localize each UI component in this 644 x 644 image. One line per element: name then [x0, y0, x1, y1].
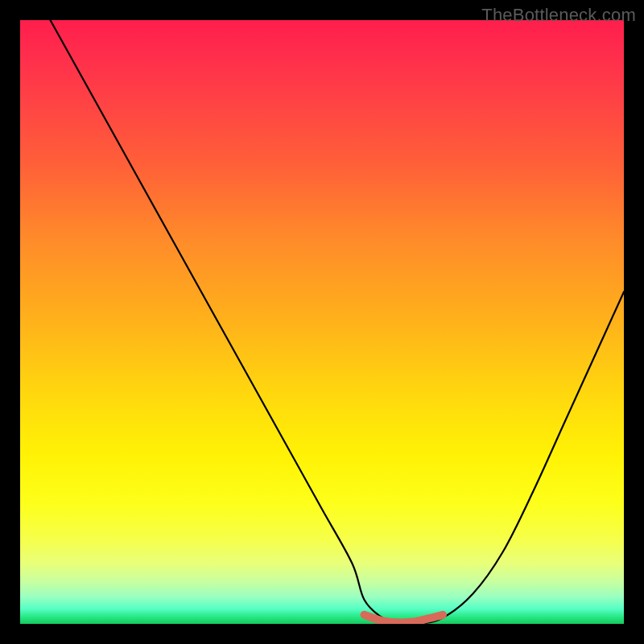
- curve-overlay: [20, 20, 624, 624]
- chart-frame: TheBottleneck.com: [0, 0, 644, 644]
- bottleneck-curve-path: [51, 20, 625, 624]
- plot-area: [20, 20, 624, 624]
- optimal-range-marker-path: [365, 615, 444, 623]
- watermark-text: TheBottleneck.com: [481, 5, 636, 26]
